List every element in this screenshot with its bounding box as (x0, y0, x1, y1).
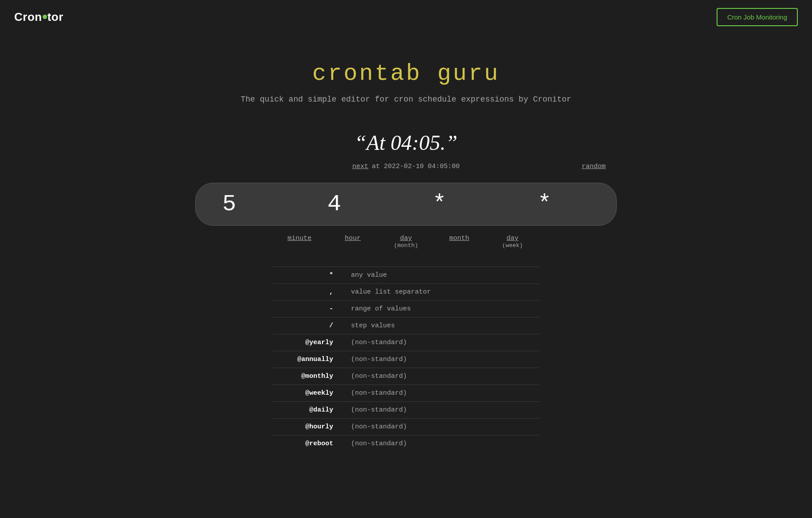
table-row: @reboot (non-standard) (273, 436, 539, 452)
page-title: crontab guru (312, 61, 500, 87)
field-day-month-label[interactable]: day (400, 235, 412, 242)
table-row: - range of values (273, 301, 539, 318)
desc-reboot: (non-standard) (344, 436, 539, 452)
expression-description: “At 04:05.” (355, 130, 457, 155)
desc-weekly: (non-standard) (344, 385, 539, 402)
desc-daily: (non-standard) (344, 402, 539, 419)
cron-fields: minute hour day (month) month day (week) (273, 235, 539, 249)
cron-field-day-week: day (week) (493, 235, 532, 249)
field-minute-label[interactable]: minute (288, 235, 311, 242)
random-link[interactable]: random (582, 163, 606, 170)
desc-yearly: (non-standard) (344, 334, 539, 351)
table-row: @hourly (non-standard) (273, 419, 539, 436)
desc-annually: (non-standard) (344, 351, 539, 368)
next-value: at 2022-02-10 04:05:00 (372, 163, 460, 170)
page-subtitle: The quick and simple editor for cron sch… (240, 95, 571, 104)
symbol-annually: @annually (273, 351, 344, 368)
symbol-reboot: @reboot (273, 436, 344, 452)
field-hour-label[interactable]: hour (345, 235, 361, 242)
field-day-week-label[interactable]: day (506, 235, 518, 242)
cron-field-day-month: day (month) (386, 235, 426, 249)
symbol-slash: / (273, 318, 344, 334)
field-month-label[interactable]: month (449, 235, 469, 242)
logo-text: Crontor (14, 10, 63, 24)
table-row: * any value (273, 267, 539, 284)
cron-field-hour: hour (333, 235, 373, 249)
table-row: / step values (273, 318, 539, 334)
symbol-dash: - (273, 301, 344, 318)
cron-field-month: month (439, 235, 479, 249)
desc-hourly: (non-standard) (344, 419, 539, 436)
cron-job-monitoring-button[interactable]: Cron Job Monitoring (717, 8, 798, 26)
cron-field-minute: minute (280, 235, 319, 249)
next-info: next at 2022-02-10 04:05:00 random (206, 163, 606, 170)
desc-monthly: (non-standard) (344, 368, 539, 385)
table-row: , value list separator (273, 284, 539, 301)
symbol-hourly: @hourly (273, 419, 344, 436)
desc-dash: range of values (344, 301, 539, 318)
symbol-weekly: @weekly (273, 385, 344, 402)
reference-table: * any value , value list separator - ran… (273, 267, 539, 452)
desc-asterisk: any value (344, 267, 539, 284)
symbol-monthly: @monthly (273, 368, 344, 385)
main-content: crontab guru The quick and simple editor… (0, 34, 812, 452)
desc-comma: value list separator (344, 284, 539, 301)
logo: Crontor (14, 10, 63, 24)
header: Crontor Cron Job Monitoring (0, 0, 812, 34)
table-row: @weekly (non-standard) (273, 385, 539, 402)
field-day-week-sub: (week) (502, 242, 523, 249)
logo-dot (43, 15, 47, 19)
field-day-month-sub: (month) (394, 242, 418, 249)
cron-input-container (195, 183, 617, 226)
symbol-daily: @daily (273, 402, 344, 419)
next-link[interactable]: next (352, 163, 368, 170)
symbol-comma: , (273, 284, 344, 301)
symbol-asterisk: * (273, 267, 344, 284)
symbol-yearly: @yearly (273, 334, 344, 351)
table-row: @annually (non-standard) (273, 351, 539, 368)
table-row: @yearly (non-standard) (273, 334, 539, 351)
cron-expression-input[interactable] (222, 191, 590, 217)
desc-slash: step values (344, 318, 539, 334)
table-row: @monthly (non-standard) (273, 368, 539, 385)
table-row: @daily (non-standard) (273, 402, 539, 419)
